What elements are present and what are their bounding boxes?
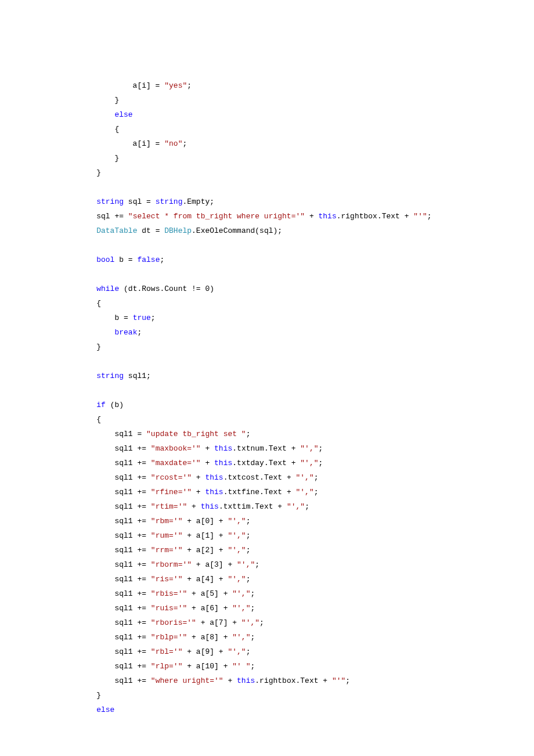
string-literal: "rboris='" (151, 618, 196, 627)
string-literal: "rborm='" (151, 560, 192, 569)
keyword-false: false (137, 255, 160, 264)
string-literal: "rum='" (151, 531, 183, 540)
string-literal: "rbis='" (151, 589, 187, 598)
string-literal: "yes" (164, 81, 187, 90)
keyword-this: this (205, 488, 223, 496)
type-dbhelp: DBHelp (164, 226, 192, 235)
code-line: sql1 = "update tb_right set "; (78, 430, 250, 438)
string-literal: "'," (300, 459, 318, 467)
code-page: a[i] = "yes"; } else { a[i] = "no"; } } … (0, 0, 534, 756)
code-line (78, 183, 83, 192)
string-literal: "'," (300, 444, 318, 453)
keyword-break: break (114, 328, 137, 337)
keyword-while: while (96, 285, 119, 293)
string-literal: "rblp='" (151, 633, 187, 642)
code-line: DataTable dt = DBHelp.ExeOleCommand(sql)… (78, 226, 282, 235)
string-literal: "update tb_right set " (146, 430, 246, 438)
code-line: sql1 += "where uright='" + this.rightbox… (78, 676, 350, 685)
type-datatable: DataTable (96, 226, 137, 235)
code-line: sql1 += "rboris='" + a[7] + "',"; (78, 618, 264, 627)
code-line: if (b) (78, 401, 124, 409)
code-line: { (78, 125, 119, 134)
code-line: else (78, 705, 114, 714)
code-line: } (78, 96, 119, 105)
string-literal: "'," (232, 604, 250, 613)
string-literal: "rtim='" (151, 502, 187, 511)
code-line: } (78, 691, 101, 700)
string-literal: "maxbook='" (151, 444, 201, 453)
string-literal: "'," (228, 575, 246, 584)
code-line: sql1 += "rrm='" + a[2] + "',"; (78, 546, 250, 555)
keyword-this: this (214, 459, 232, 467)
keyword-bool: bool (96, 255, 114, 264)
code-line (78, 386, 83, 395)
keyword-this: this (205, 473, 223, 482)
string-literal: "'," (241, 618, 259, 627)
string-literal: "rlp='" (151, 662, 183, 671)
keyword-this: this (214, 444, 232, 453)
keyword-this: this (237, 676, 255, 685)
keyword-true: true (133, 314, 151, 322)
string-literal: "'," (228, 647, 246, 656)
string-literal: "'," (237, 560, 255, 569)
string-literal: "'," (296, 473, 314, 482)
string-literal: "'," (296, 488, 314, 496)
string-literal: "'," (232, 633, 250, 642)
string-literal: "ruis='" (151, 604, 187, 613)
string-literal: "rbm='" (151, 517, 183, 525)
string-literal: "'," (228, 517, 246, 525)
code-line: a[i] = "yes"; (78, 81, 192, 90)
code-line: break; (78, 328, 142, 337)
code-line (78, 357, 83, 366)
string-literal: "rrm='" (151, 546, 183, 555)
code-line: sql1 += "rum='" + a[1] + "',"; (78, 531, 250, 540)
code-line: } (78, 154, 119, 163)
code-line: sql1 += "rcost='" + this.txtcost.Text + … (78, 473, 319, 482)
code-line: while (dt.Rows.Count != 0) (78, 285, 214, 293)
code-line: sql1 += "rtim='" + this.txttim.Text + "'… (78, 502, 309, 511)
string-literal: "maxdate='" (151, 459, 201, 467)
string-literal: "rcost='" (151, 473, 192, 482)
string-literal: "rbl='" (151, 647, 183, 656)
code-line: sql1 += "rbis='" + a[5] + "',"; (78, 589, 255, 598)
code-line: bool b = false; (78, 255, 164, 264)
keyword-if: if (96, 401, 106, 409)
keyword-this: this (201, 502, 219, 511)
string-literal: "'," (287, 502, 305, 511)
code-line: else (78, 110, 133, 119)
code-line (78, 241, 83, 250)
keyword-else: else (114, 110, 132, 119)
code-line: sql1 += "maxbook='" + this.txtnum.Text +… (78, 444, 323, 453)
code-line: sql1 += "ris='" + a[4] + "',"; (78, 575, 250, 584)
code-line: b = true; (78, 314, 156, 322)
keyword-else: else (96, 705, 114, 714)
string-literal: "no" (164, 139, 182, 148)
string-literal: "where uright='" (151, 676, 223, 685)
code-line: sql1 += "rlp='" + a[10] + "' "; (78, 662, 255, 671)
code-line: } (78, 168, 101, 177)
code-line (78, 270, 83, 279)
code-line: } (78, 343, 101, 351)
string-literal: "' " (232, 662, 250, 671)
string-literal: "'" (413, 212, 427, 221)
code-line: string sql1; (78, 372, 151, 380)
code-line: sql1 += "rborm='" + a[3] + "',"; (78, 560, 259, 569)
string-literal: "rfine='" (151, 488, 192, 496)
code-line: sql1 += "rbm='" + a[0] + "',"; (78, 517, 250, 525)
keyword-string: string (96, 197, 124, 206)
code-line: sql += "select * from tb_right where uri… (78, 212, 432, 221)
code-line: { (78, 299, 101, 308)
code-line: { (78, 415, 101, 424)
keyword-this: this (318, 212, 336, 221)
string-literal: "select * from tb_right where uright='" (128, 212, 305, 221)
code-line: sql1 += "rbl='" + a[9] + "',"; (78, 647, 250, 656)
code-line: sql1 += "rfine='" + this.txtfine.Text + … (78, 488, 319, 496)
string-literal: "'" (332, 676, 345, 685)
string-literal: "'," (232, 589, 250, 598)
string-literal: "'," (228, 531, 246, 540)
code-line: sql1 += "maxdate='" + this.txtday.Text +… (78, 459, 323, 467)
string-literal: "'," (228, 546, 246, 555)
keyword-string: string (156, 197, 183, 206)
keyword-string: string (96, 372, 124, 380)
code-line: a[i] = "no"; (78, 139, 187, 148)
